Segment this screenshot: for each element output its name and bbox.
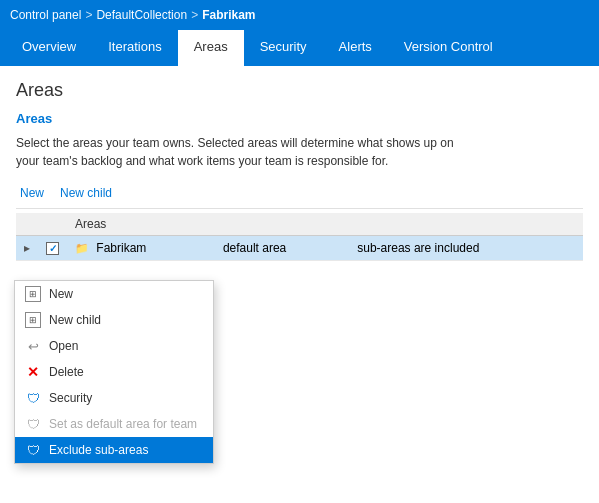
breadcrumb-sep2: > (191, 8, 198, 22)
shield-disabled-icon: 🛡 (25, 416, 41, 432)
context-menu-open-label: Open (49, 339, 78, 353)
context-menu-security[interactable]: 🛡 Security (15, 385, 213, 411)
tab-version-control[interactable]: Version Control (388, 30, 509, 66)
tab-areas[interactable]: Areas (178, 30, 244, 66)
row-tag2: sub-areas are included (349, 236, 583, 261)
tab-alerts[interactable]: Alerts (323, 30, 388, 66)
context-menu-new-child-label: New child (49, 313, 101, 327)
context-menu-exclude-sub-label: Exclude sub-areas (49, 443, 148, 457)
context-menu-delete[interactable]: ✕ Delete (15, 359, 213, 385)
context-menu-exclude-sub[interactable]: 🛡 Exclude sub-areas (15, 437, 213, 463)
areas-table: Areas ▸ 📁 Fabrikam default area sub-area… (16, 213, 583, 261)
col-check (38, 213, 67, 236)
page-title: Areas (16, 80, 583, 101)
breadcrumb-sep1: > (85, 8, 92, 22)
new-child-icon: ⊞ (25, 312, 41, 328)
context-menu-open[interactable]: ↩ Open (15, 333, 213, 359)
context-menu-security-label: Security (49, 391, 92, 405)
context-menu-new-label: New (49, 287, 73, 301)
new-child-button[interactable]: New child (56, 184, 116, 202)
top-nav-bar: Control panel > DefaultCollection > Fabr… (0, 0, 599, 30)
row-expand-icon[interactable]: ▸ (16, 236, 38, 261)
breadcrumb-collection[interactable]: DefaultCollection (96, 8, 187, 22)
new-button[interactable]: New (16, 184, 48, 202)
toolbar: New New child (16, 184, 583, 209)
shield-icon: 🛡 (25, 390, 41, 406)
breadcrumb-project[interactable]: Fabrikam (202, 8, 255, 22)
description-text: Select the areas your team owns. Selecte… (16, 134, 583, 170)
col-tag1 (215, 213, 349, 236)
new-icon: ⊞ (25, 286, 41, 302)
col-areas-header: Areas (67, 213, 215, 236)
row-checkbox[interactable] (38, 236, 67, 261)
tab-iterations[interactable]: Iterations (92, 30, 177, 66)
row-name-cell: 📁 Fabrikam (67, 236, 215, 261)
areas-link[interactable]: Areas (16, 111, 583, 126)
delete-icon: ✕ (25, 364, 41, 380)
context-menu-delete-label: Delete (49, 365, 84, 379)
tab-bar: Overview Iterations Areas Security Alert… (0, 30, 599, 66)
col-expand (16, 213, 38, 236)
context-menu: ⊞ New ⊞ New child ↩ Open ✕ Delete 🛡 Secu… (14, 280, 214, 464)
context-menu-set-default: 🛡 Set as default area for team (15, 411, 213, 437)
context-menu-new-child[interactable]: ⊞ New child (15, 307, 213, 333)
row-tag1: default area (215, 236, 349, 261)
row-name: Fabrikam (96, 241, 146, 255)
tab-security[interactable]: Security (244, 30, 323, 66)
folder-icon: 📁 (75, 242, 89, 254)
checkbox-checked-icon[interactable] (46, 242, 59, 255)
breadcrumb: Control panel > DefaultCollection > Fabr… (10, 8, 256, 22)
table-row[interactable]: ▸ 📁 Fabrikam default area sub-areas are … (16, 236, 583, 261)
shield-highlight-icon: 🛡 (25, 442, 41, 458)
context-menu-set-default-label: Set as default area for team (49, 417, 197, 431)
breadcrumb-control-panel[interactable]: Control panel (10, 8, 81, 22)
col-tag2 (349, 213, 583, 236)
context-menu-new[interactable]: ⊞ New (15, 281, 213, 307)
tab-overview[interactable]: Overview (6, 30, 92, 66)
open-icon: ↩ (25, 338, 41, 354)
main-content: Areas Areas Select the areas your team o… (0, 66, 599, 261)
